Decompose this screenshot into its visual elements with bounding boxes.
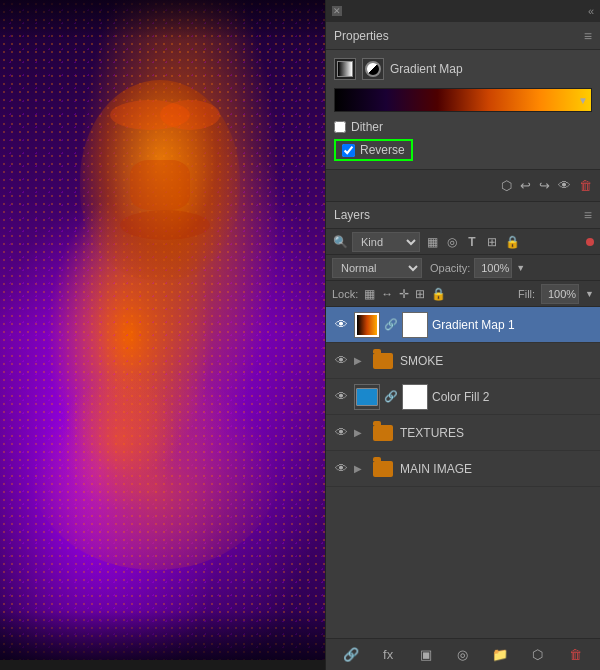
layer-effects-icon[interactable]: fx [378, 647, 398, 662]
dither-row: Dither [334, 120, 592, 134]
layer-thumbnail [354, 384, 380, 410]
gradient-bar-arrow: ▼ [578, 95, 588, 106]
lock-image-icon[interactable]: ↔ [381, 287, 393, 301]
layer-row[interactable]: 👁 🔗 Color Fill 2 [326, 379, 600, 415]
folder-thumb [373, 353, 393, 369]
layer-thumbnail [370, 420, 396, 446]
white-mask-thumb [403, 313, 427, 337]
close-button[interactable]: ✕ [332, 6, 342, 16]
lock-label: Lock: [332, 288, 358, 300]
filter-search-icon: 🔍 [332, 235, 348, 249]
bottom-stripe [0, 660, 325, 670]
properties-header: Properties ≡ [326, 22, 600, 50]
layers-panel: Layers ≡ 🔍 Kind ▦ ◎ T ⊞ 🔒 Normal Dissolv… [326, 201, 600, 670]
reverse-checkbox[interactable] [342, 144, 355, 157]
gradient-bar[interactable] [334, 88, 592, 112]
group-expand-arrow[interactable]: ▶ [354, 427, 366, 438]
properties-content: Gradient Map ▼ Dither Reverse [326, 50, 600, 169]
lock-artboard-icon[interactable]: ⊞ [415, 287, 425, 301]
filter-shape-icon[interactable]: ⊞ [484, 235, 500, 249]
blend-opacity-bar: Normal Dissolve Darken Multiply Opacity:… [326, 255, 600, 281]
redo-icon[interactable]: ↪ [539, 178, 550, 193]
layers-bottom-toolbar: 🔗 fx ▣ ◎ 📁 ⬡ 🗑 [326, 638, 600, 670]
layer-mask-thumbnail [402, 312, 428, 338]
delete-layer-icon[interactable]: 🗑 [565, 647, 585, 662]
layer-name: Color Fill 2 [432, 390, 594, 404]
layer-mask-thumbnail [402, 384, 428, 410]
layer-row[interactable]: 👁 ▶ MAIN IMAGE [326, 451, 600, 487]
lock-position-icon[interactable]: ✛ [399, 287, 409, 301]
layer-visibility-toggle[interactable]: 👁 [332, 424, 350, 442]
layer-row[interactable]: 👁 ▶ TEXTURES [326, 415, 600, 451]
layer-name: Gradient Map 1 [432, 318, 594, 332]
gradient-map-thumb [355, 313, 379, 337]
properties-title: Properties [334, 29, 389, 43]
layer-name: SMOKE [400, 354, 594, 368]
collapse-icon[interactable]: « [588, 5, 594, 17]
folder-thumb [373, 425, 393, 441]
gradient-map-icon2 [362, 58, 384, 80]
layer-thumbnail [354, 312, 380, 338]
new-layer-icon[interactable]: ⬡ [528, 647, 548, 662]
gradient-map-header: Gradient Map [334, 58, 592, 80]
adjustment-icon [365, 61, 381, 77]
gradient-map-icon [337, 61, 353, 77]
opacity-arrow: ▼ [516, 263, 525, 273]
mask-icon[interactable]: ⬡ [501, 178, 512, 193]
link-layers-icon[interactable]: 🔗 [341, 647, 361, 662]
visibility-icon[interactable]: 👁 [558, 178, 571, 193]
properties-panel: Properties ≡ Gradient Map ▼ [326, 22, 600, 201]
filter-active-dot [586, 238, 594, 246]
add-mask-icon[interactable]: ▣ [416, 647, 436, 662]
layer-visibility-toggle[interactable]: 👁 [332, 352, 350, 370]
new-group-icon[interactable]: 📁 [490, 647, 510, 662]
new-adjustment-icon[interactable]: ◎ [453, 647, 473, 662]
layer-row[interactable]: 👁 ▶ SMOKE [326, 343, 600, 379]
white-mask-thumb [403, 385, 427, 409]
fill-label: Fill: [518, 288, 535, 300]
delete-icon[interactable]: 🗑 [579, 178, 592, 193]
right-panel: ✕ « Properties ≡ Gradient Map [325, 0, 600, 670]
layer-thumbnail [370, 456, 396, 482]
layers-header: Layers ≡ [326, 201, 600, 229]
dither-checkbox[interactable] [334, 121, 346, 133]
fill-input[interactable] [541, 284, 579, 304]
blend-mode-dropdown[interactable]: Normal Dissolve Darken Multiply [332, 258, 422, 278]
properties-menu-icon[interactable]: ≡ [584, 28, 592, 44]
fill-arrow: ▼ [585, 289, 594, 299]
gradient-bar-container[interactable]: ▼ [334, 88, 592, 112]
eye-area-right [160, 100, 220, 130]
reverse-row-highlighted: Reverse [334, 139, 413, 161]
monitor-thumb [356, 388, 378, 406]
layer-name: TEXTURES [400, 426, 594, 440]
canvas-image-area [0, 0, 325, 670]
filter-adjust-icon[interactable]: ◎ [444, 235, 460, 249]
filter-pixel-icon[interactable]: ▦ [424, 235, 440, 249]
gradient-map-icon-box [334, 58, 356, 80]
dither-label[interactable]: Dither [351, 120, 383, 134]
layer-name: MAIN IMAGE [400, 462, 594, 476]
folder-thumb [373, 461, 393, 477]
layer-visibility-toggle[interactable]: 👁 [332, 316, 350, 334]
reverse-label[interactable]: Reverse [360, 143, 405, 157]
kind-dropdown[interactable]: Kind [352, 232, 420, 252]
lock-pixels-icon[interactable]: ▦ [364, 287, 375, 301]
layer-visibility-toggle[interactable]: 👁 [332, 388, 350, 406]
lock-all-icon[interactable]: 🔒 [431, 287, 446, 301]
gradient-map-label: Gradient Map [390, 62, 463, 76]
mouth-area [120, 210, 210, 240]
layer-visibility-toggle[interactable]: 👁 [332, 460, 350, 478]
layers-menu-icon[interactable]: ≡ [584, 207, 592, 223]
filter-smart-icon[interactable]: 🔒 [504, 235, 520, 249]
layers-list: 👁 🔗 Gradient Map 1 👁 ▶ SMOKE [326, 307, 600, 638]
properties-toolbar: ⬡ ↩ ↪ 👁 🗑 [326, 169, 600, 201]
group-expand-arrow[interactable]: ▶ [354, 463, 366, 474]
lock-bar: Lock: ▦ ↔ ✛ ⊞ 🔒 Fill: ▼ [326, 281, 600, 307]
group-expand-arrow[interactable]: ▶ [354, 355, 366, 366]
opacity-label: Opacity: [430, 262, 470, 274]
filter-type-icon[interactable]: T [464, 235, 480, 249]
layer-row[interactable]: 👁 🔗 Gradient Map 1 [326, 307, 600, 343]
undo-icon[interactable]: ↩ [520, 178, 531, 193]
layers-filter-bar: 🔍 Kind ▦ ◎ T ⊞ 🔒 [326, 229, 600, 255]
opacity-input[interactable] [474, 258, 512, 278]
